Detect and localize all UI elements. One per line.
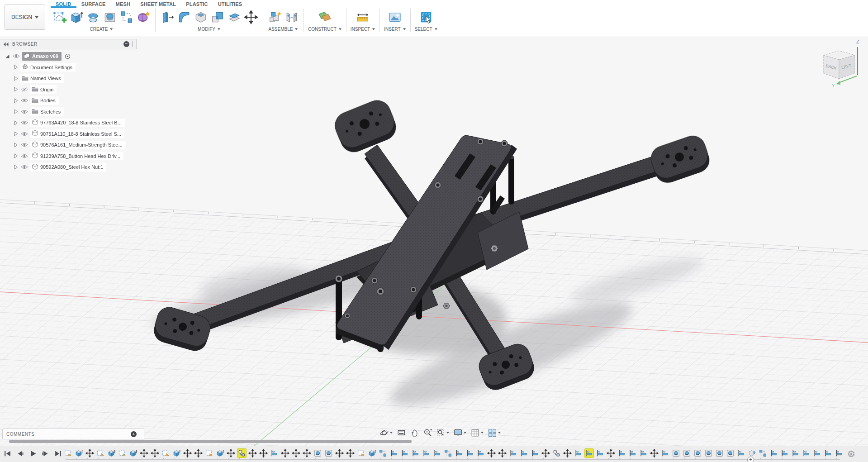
press-pull-icon[interactable] bbox=[160, 10, 175, 25]
create-sketch-icon[interactable] bbox=[52, 10, 67, 25]
timeline-feature-flag[interactable] bbox=[824, 449, 832, 457]
timeline-feature-flag[interactable] bbox=[476, 449, 485, 457]
select-icon[interactable] bbox=[418, 10, 434, 25]
timeline-feature-extrude[interactable] bbox=[216, 449, 224, 457]
eye-visible-icon[interactable] bbox=[20, 97, 28, 104]
root-component-label[interactable]: Amaxo v69 bbox=[22, 52, 62, 61]
tab-utilities[interactable]: UTILITIES bbox=[213, 0, 247, 8]
timeline-feature-move[interactable] bbox=[292, 449, 300, 457]
timeline-feature-flag[interactable] bbox=[411, 449, 420, 457]
timeline-feature-sketch[interactable] bbox=[64, 449, 72, 457]
workspace-switcher[interactable]: DESIGN bbox=[5, 5, 45, 30]
tab-mesh[interactable]: MESH bbox=[111, 0, 136, 8]
look-at-button[interactable] bbox=[395, 427, 408, 438]
browser-row-named-views[interactable]: Named Views bbox=[0, 74, 137, 83]
viewports-button[interactable] bbox=[486, 427, 503, 438]
measure-icon[interactable] bbox=[355, 10, 370, 25]
eye-visible-icon[interactable] bbox=[20, 108, 28, 115]
timeline-feature-move[interactable] bbox=[487, 449, 496, 457]
toolbar-dropdown-assemble[interactable]: ASSEMBLE bbox=[269, 27, 299, 32]
joint-icon[interactable] bbox=[284, 10, 299, 25]
timeline-feature-flag[interactable] bbox=[531, 449, 539, 457]
tab-plastic[interactable]: PLASTIC bbox=[181, 0, 213, 8]
timeline-position-marker[interactable]: + bbox=[747, 457, 754, 462]
tree-item-label[interactable]: Origin bbox=[30, 85, 57, 94]
expand-arrow-icon[interactable] bbox=[13, 109, 19, 114]
eye-visible-icon[interactable] bbox=[20, 152, 28, 160]
comments-resize-handle[interactable] bbox=[140, 431, 140, 437]
tree-item-label[interactable]: Bodies bbox=[30, 96, 59, 105]
eye-hidden-icon[interactable] bbox=[20, 86, 28, 93]
tree-item-label[interactable]: 90751A110_18-8 Stainless Steel S... bbox=[30, 129, 124, 138]
toolbar-dropdown-insert[interactable]: INSERT bbox=[384, 27, 406, 32]
insert-image-icon[interactable] bbox=[387, 10, 403, 25]
eye-visible-icon[interactable] bbox=[12, 52, 20, 60]
timeline-settings-gear-icon[interactable] bbox=[847, 449, 856, 458]
timeline-feature-move[interactable] bbox=[541, 449, 550, 457]
timeline-feature-move[interactable] bbox=[227, 449, 235, 457]
view-cube[interactable]: BACK LEFT Z Y bbox=[820, 36, 865, 88]
browser-row-bodies[interactable]: Bodies bbox=[0, 96, 137, 105]
toolbar-dropdown-modify[interactable]: MODIFY bbox=[198, 27, 221, 32]
browser-row-97763a420-18-8-stainless-steel-b[interactable]: 97763A420_18-8 Stainless Steel B... bbox=[0, 118, 137, 127]
timeline-feature-move[interactable] bbox=[85, 449, 94, 457]
hole-icon[interactable] bbox=[102, 10, 118, 25]
orbit-button[interactable] bbox=[378, 427, 394, 438]
timeline-feature-move[interactable] bbox=[303, 449, 311, 457]
timeline-feature-flag[interactable] bbox=[596, 449, 604, 457]
go-to-start-button[interactable] bbox=[3, 449, 12, 458]
tree-item-label[interactable]: 90576A161_Medium-Strength Stee... bbox=[30, 141, 126, 149]
timeline-feature-flag[interactable] bbox=[737, 449, 745, 457]
timeline-feature-move[interactable] bbox=[259, 449, 268, 457]
timeline-feature-flag[interactable] bbox=[520, 449, 528, 457]
timeline-feature-flag[interactable] bbox=[455, 449, 463, 457]
tab-sheet-metal[interactable]: SHEET METAL bbox=[135, 0, 181, 8]
timeline-feature-hole[interactable] bbox=[715, 449, 724, 457]
browser-row-amaxo-v69[interactable]: Amaxo v69 bbox=[0, 52, 137, 61]
eye-visible-icon[interactable] bbox=[20, 163, 28, 171]
timeline-feature-sketch[interactable] bbox=[118, 449, 127, 457]
eye-visible-icon[interactable] bbox=[20, 141, 28, 148]
form-icon[interactable] bbox=[136, 10, 151, 25]
expand-arrow-icon[interactable] bbox=[13, 120, 19, 126]
expand-arrow-icon[interactable] bbox=[13, 86, 19, 92]
timeline-feature-sketch[interactable] bbox=[357, 449, 365, 457]
offset-face-icon[interactable] bbox=[227, 10, 242, 25]
fillet-icon[interactable] bbox=[176, 10, 192, 25]
step-back-button[interactable] bbox=[16, 449, 24, 458]
timeline-feature-pattern[interactable] bbox=[759, 449, 767, 457]
eye-visible-icon[interactable] bbox=[20, 119, 28, 126]
step-forward-button[interactable] bbox=[41, 449, 50, 458]
move-icon[interactable] bbox=[243, 10, 259, 25]
timeline-feature-pattern[interactable] bbox=[379, 449, 387, 457]
toolbar-dropdown-create[interactable]: CREATE bbox=[90, 27, 114, 32]
timeline-feature-move[interactable] bbox=[335, 449, 344, 457]
shell-icon[interactable] bbox=[193, 10, 209, 25]
grid-display-button[interactable] bbox=[469, 427, 485, 438]
timeline-feature-flag[interactable] bbox=[465, 449, 474, 457]
browser-row-90576a161-medium-strength-stee[interactable]: 90576A161_Medium-Strength Stee... bbox=[0, 140, 137, 149]
expand-arrow-icon[interactable] bbox=[13, 164, 19, 170]
timeline-feature-flag[interactable] bbox=[780, 449, 789, 457]
timeline-feature-flag[interactable] bbox=[639, 449, 648, 457]
display-settings-button[interactable] bbox=[452, 427, 468, 438]
timeline-feature-flag[interactable] bbox=[509, 449, 517, 457]
timeline-feature-move[interactable] bbox=[183, 449, 192, 457]
browser-row-90751a110-18-8-stainless-steel-s[interactable]: 90751A110_18-8 Stainless Steel S... bbox=[0, 129, 137, 138]
expand-arrow-icon[interactable] bbox=[13, 98, 19, 104]
timeline-feature-pattern[interactable] bbox=[444, 449, 452, 457]
timeline-feature-flag[interactable] bbox=[422, 449, 431, 457]
browser-row-91239a758-button-head-hex-driv[interactable]: 91239A758_Button Head Hex Driv... bbox=[0, 152, 137, 161]
tree-item-label[interactable]: Named Views bbox=[20, 74, 64, 83]
new-component-icon[interactable] bbox=[267, 10, 283, 25]
browser-row-90592a080-steel-hex-nut-1[interactable]: 90592A080_Steel Hex Nut:1 bbox=[0, 162, 137, 171]
timeline-feature-flag[interactable] bbox=[628, 449, 637, 457]
timeline-feature-hole[interactable] bbox=[313, 449, 322, 457]
timeline-feature-joint[interactable] bbox=[237, 449, 246, 457]
timeline-feature-flag[interactable] bbox=[433, 449, 441, 457]
tab-surface[interactable]: SURFACE bbox=[76, 0, 111, 8]
timeline-feature-joint[interactable] bbox=[552, 449, 561, 457]
horizontal-scrollbar[interactable] bbox=[9, 440, 412, 443]
browser-collapse-button[interactable]: − bbox=[123, 41, 129, 47]
expand-arrow-icon[interactable] bbox=[13, 76, 19, 81]
